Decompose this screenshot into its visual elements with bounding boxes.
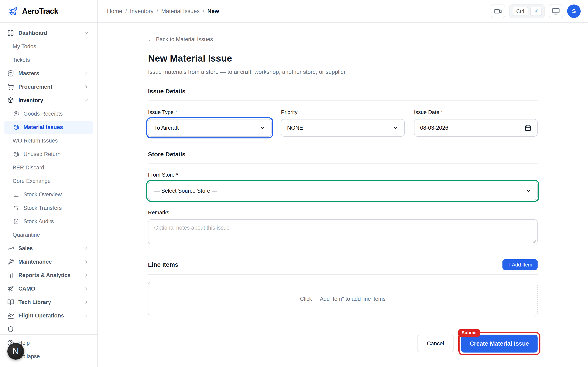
issue-details-fields: Issue Type * To Aircraft Priority NONE [148,109,537,137]
package-icon [7,97,14,104]
chevron-right-icon [84,84,89,90]
sidebar-item-procurement[interactable]: Procurement [4,80,93,93]
shield-icon [7,326,14,332]
chart-column-icon [13,192,19,197]
sidebar-item-ber-discard[interactable]: BER Discard [4,161,93,174]
sidebar-item-material-issues[interactable]: Material Issues [4,121,93,134]
breadcrumb-current: New [208,8,219,15]
issue-date-field: Issue Date * 08-03-2026 [414,109,537,137]
video-camera-icon [494,7,502,15]
chevron-down-icon [84,30,89,36]
remarks-field: Remarks [148,209,537,245]
priority-select[interactable]: NONE [281,119,405,137]
package-x-icon [13,151,19,157]
sidebar-item-dashboard[interactable]: Dashboard [4,26,93,40]
chevron-down-icon [260,125,265,131]
chevron-right-icon [84,71,89,76]
back-to-material-issues-link[interactable]: ← Back to Material Issues [148,36,213,43]
book-open-icon [7,299,14,305]
top-header: Home / Inventory / Material Issues / New… [98,0,588,23]
key-k: K [530,7,542,16]
line-items-empty-state: Click "+ Add Item" to add line items [148,282,537,316]
wrench-icon [7,259,14,265]
line-items-heading: Line Items [148,261,178,268]
sidebar-item-partial[interactable] [4,323,93,334]
issue-date-input[interactable]: 08-03-2026 [414,119,537,137]
sidebar-item-tickets[interactable]: Tickets [4,53,93,67]
remarks-textarea[interactable] [148,219,537,244]
chevron-right-icon [84,300,89,305]
database-icon [7,70,14,77]
priority-field: Priority NONE [281,109,405,137]
breadcrumb-inventory[interactable]: Inventory [130,8,153,15]
brand: AeroTrack [0,0,97,23]
plane-takeoff-icon [7,312,14,319]
actions-divider [148,327,537,327]
sidebar-item-stock-audits[interactable]: Stock Audits [4,215,93,228]
sidebar-item-stock-transfers[interactable]: Stock Transfers [4,201,93,215]
bar-chart-icon [7,272,14,278]
issue-details-heading: Issue Details [148,88,537,100]
chevron-right-icon [84,313,89,318]
from-store-field: From Store * — Select Source Store — [148,172,537,200]
sidebar-item-maintenance[interactable]: Maintenance [4,255,93,268]
sidebar-item-wo-return-issues[interactable]: WO Return Issues [4,134,93,147]
issue-type-select[interactable]: To Aircraft [148,119,272,137]
create-material-issue-button[interactable]: Submit Create Material Issue [461,334,537,352]
remarks-label: Remarks [148,209,537,216]
issue-date-label: Issue Date * [414,109,537,115]
dashboard-grid-icon [7,30,14,36]
screen-record-button[interactable] [491,4,505,18]
sidebar-item-my-todos[interactable]: My Todos [4,40,93,53]
chevron-right-icon [84,259,89,264]
store-details-heading: Store Details [148,151,537,164]
sidebar: AeroTrack Dashboard My Todos Tickets Mas… [0,0,98,367]
sidebar-item-stock-overview[interactable]: Stock Overview [4,188,93,201]
page-title: New Material Issue [148,53,537,64]
breadcrumb-material-issues[interactable]: Material Issues [161,8,199,15]
calendar-icon[interactable] [525,124,531,131]
command-palette-shortcut[interactable]: Ctrl K [509,4,545,18]
sidebar-item-quarantine[interactable]: Quarantine [4,228,93,242]
plane-icon [7,285,14,292]
sidebar-item-goods-receipts[interactable]: Goods Receipts [4,107,93,120]
sidebar-item-unused-return[interactable]: Unused Return [4,148,93,161]
priority-label: Priority [281,109,405,115]
display-mode-button[interactable] [549,4,563,18]
issue-type-label: Issue Type * [148,109,272,115]
package-x-icon [13,124,19,130]
user-avatar[interactable]: S [567,4,581,18]
sidebar-item-inventory[interactable]: Inventory [4,94,93,107]
sidebar-item-flight-operations[interactable]: Flight Operations [4,309,93,322]
sidebar-item-camo[interactable]: CAMO [4,282,93,295]
from-store-label: From Store * [148,172,537,178]
page-subtitle: Issue materials from a store — to aircra… [148,69,537,75]
breadcrumb: Home / Inventory / Material Issues / New [107,8,219,15]
header-controls: Ctrl K S [491,4,581,18]
breadcrumb-separator: / [203,8,204,15]
key-ctrl: Ctrl [512,7,528,16]
plane-logo-icon [9,7,18,16]
sidebar-item-tech-library[interactable]: Tech Library [4,296,93,309]
sidebar-nav: Dashboard My Todos Tickets Masters Procu [0,23,97,334]
breadcrumb-home[interactable]: Home [107,8,122,15]
sidebar-item-masters[interactable]: Masters [4,67,93,80]
form-actions: Cancel Submit Create Material Issue [148,334,537,365]
arrows-left-right-icon [13,205,19,211]
submit-annotation-badge: Submit [458,329,480,337]
issue-type-field: Issue Type * To Aircraft [148,109,272,137]
chevron-right-icon [84,246,89,251]
chevron-down-icon [526,188,531,194]
chevron-right-icon [84,273,89,278]
cancel-button[interactable]: Cancel [417,335,454,352]
sidebar-item-reports-analytics[interactable]: Reports & Analytics [4,269,93,282]
sidebar-item-core-exchange[interactable]: Core Exchange [4,175,93,188]
monitor-icon [552,7,560,15]
add-item-button[interactable]: + Add Item [502,259,537,270]
trending-up-icon [7,245,14,252]
package-check-icon [13,111,19,117]
nextjs-dev-badge[interactable]: N [7,343,24,360]
chevron-down-icon [393,125,398,131]
sidebar-item-sales[interactable]: Sales [4,242,93,255]
from-store-select[interactable]: — Select Source Store — [148,182,537,200]
